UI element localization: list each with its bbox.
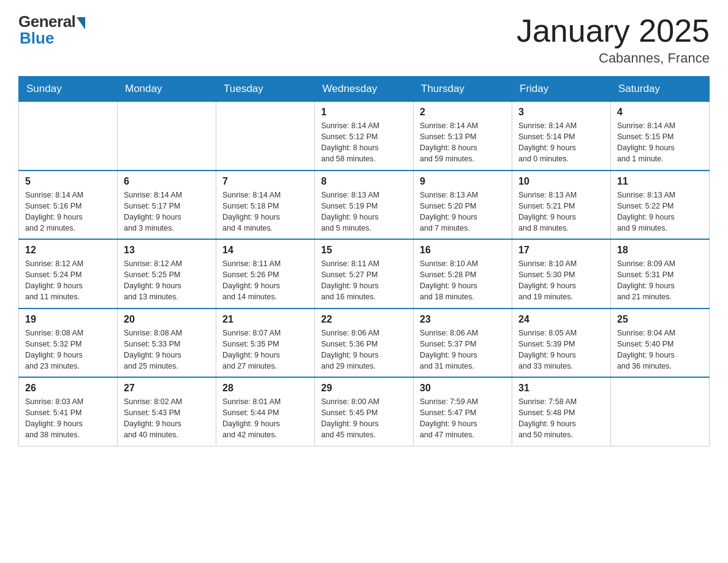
day-number: 11 xyxy=(617,176,703,187)
day-number: 27 xyxy=(124,383,210,394)
calendar-cell: 27Sunrise: 8:02 AMSunset: 5:43 PMDayligh… xyxy=(118,377,216,446)
day-number: 13 xyxy=(124,245,210,256)
calendar-cell: 17Sunrise: 8:10 AMSunset: 5:30 PMDayligh… xyxy=(512,239,611,308)
day-number: 20 xyxy=(124,314,210,325)
day-number: 29 xyxy=(321,383,407,394)
calendar-cell: 11Sunrise: 8:13 AMSunset: 5:22 PMDayligh… xyxy=(611,170,710,240)
day-number: 24 xyxy=(518,314,604,325)
logo-triangle-icon xyxy=(77,17,85,29)
weekday-header-row: SundayMondayTuesdayWednesdayThursdayFrid… xyxy=(19,77,710,102)
day-info: Sunrise: 8:13 AMSunset: 5:21 PMDaylight:… xyxy=(518,190,604,234)
calendar-cell: 25Sunrise: 8:04 AMSunset: 5:40 PMDayligh… xyxy=(611,308,710,378)
day-info: Sunrise: 8:09 AMSunset: 5:31 PMDaylight:… xyxy=(617,258,703,303)
calendar-cell: 7Sunrise: 8:14 AMSunset: 5:18 PMDaylight… xyxy=(216,170,315,240)
day-number: 25 xyxy=(617,314,703,325)
day-number: 4 xyxy=(617,107,703,118)
day-info: Sunrise: 8:02 AMSunset: 5:43 PMDaylight:… xyxy=(124,396,210,441)
calendar-cell: 21Sunrise: 8:07 AMSunset: 5:35 PMDayligh… xyxy=(216,308,315,378)
day-info: Sunrise: 8:11 AMSunset: 5:26 PMDaylight:… xyxy=(222,258,308,303)
calendar-cell xyxy=(216,102,315,170)
day-number: 23 xyxy=(420,314,506,325)
day-info: Sunrise: 7:59 AMSunset: 5:47 PMDaylight:… xyxy=(420,396,506,441)
calendar-cell: 28Sunrise: 8:01 AMSunset: 5:44 PMDayligh… xyxy=(216,377,315,446)
calendar-cell: 2Sunrise: 8:14 AMSunset: 5:13 PMDaylight… xyxy=(414,102,512,170)
calendar-cell: 4Sunrise: 8:14 AMSunset: 5:15 PMDaylight… xyxy=(611,102,710,170)
calendar-cell: 23Sunrise: 8:06 AMSunset: 5:37 PMDayligh… xyxy=(414,308,512,378)
day-info: Sunrise: 8:13 AMSunset: 5:22 PMDaylight:… xyxy=(617,190,703,234)
calendar-cell: 22Sunrise: 8:06 AMSunset: 5:36 PMDayligh… xyxy=(315,308,414,378)
day-number: 1 xyxy=(321,107,407,118)
day-info: Sunrise: 8:10 AMSunset: 5:30 PMDaylight:… xyxy=(518,258,604,303)
day-number: 8 xyxy=(321,176,407,187)
calendar-cell: 10Sunrise: 8:13 AMSunset: 5:21 PMDayligh… xyxy=(512,170,611,240)
calendar-cell: 12Sunrise: 8:12 AMSunset: 5:24 PMDayligh… xyxy=(19,239,118,308)
day-info: Sunrise: 8:12 AMSunset: 5:25 PMDaylight:… xyxy=(124,258,210,303)
day-number: 6 xyxy=(124,176,210,187)
weekday-header-monday: Monday xyxy=(118,77,216,102)
day-info: Sunrise: 8:14 AMSunset: 5:15 PMDaylight:… xyxy=(617,120,703,165)
calendar-cell: 6Sunrise: 8:14 AMSunset: 5:17 PMDaylight… xyxy=(118,170,216,240)
weekday-header-tuesday: Tuesday xyxy=(216,77,315,102)
calendar-cell: 20Sunrise: 8:08 AMSunset: 5:33 PMDayligh… xyxy=(118,308,216,378)
weekday-header-thursday: Thursday xyxy=(414,77,512,102)
calendar-cell: 29Sunrise: 8:00 AMSunset: 5:45 PMDayligh… xyxy=(315,377,414,446)
weekday-header-saturday: Saturday xyxy=(611,77,710,102)
day-number: 12 xyxy=(25,245,111,256)
day-number: 26 xyxy=(25,383,111,394)
week-row-3: 12Sunrise: 8:12 AMSunset: 5:24 PMDayligh… xyxy=(19,239,710,308)
day-info: Sunrise: 8:08 AMSunset: 5:32 PMDaylight:… xyxy=(25,327,111,372)
day-info: Sunrise: 8:10 AMSunset: 5:28 PMDaylight:… xyxy=(420,258,506,303)
day-info: Sunrise: 8:14 AMSunset: 5:16 PMDaylight:… xyxy=(25,190,111,234)
week-row-5: 26Sunrise: 8:03 AMSunset: 5:41 PMDayligh… xyxy=(19,377,710,446)
day-info: Sunrise: 8:11 AMSunset: 5:27 PMDaylight:… xyxy=(321,258,407,303)
calendar-cell: 26Sunrise: 8:03 AMSunset: 5:41 PMDayligh… xyxy=(19,377,118,446)
calendar-subtitle: Cabannes, France xyxy=(517,50,710,66)
calendar-cell: 3Sunrise: 8:14 AMSunset: 5:14 PMDaylight… xyxy=(512,102,611,170)
day-info: Sunrise: 8:14 AMSunset: 5:17 PMDaylight:… xyxy=(124,190,210,234)
day-info: Sunrise: 8:14 AMSunset: 5:13 PMDaylight:… xyxy=(420,120,506,165)
day-number: 15 xyxy=(321,245,407,256)
day-number: 16 xyxy=(420,245,506,256)
calendar-cell: 30Sunrise: 7:59 AMSunset: 5:47 PMDayligh… xyxy=(414,377,512,446)
title-block: January 2025 Cabannes, France xyxy=(517,12,710,66)
day-number: 22 xyxy=(321,314,407,325)
day-info: Sunrise: 8:14 AMSunset: 5:14 PMDaylight:… xyxy=(518,120,604,165)
day-number: 31 xyxy=(518,383,604,394)
calendar-cell xyxy=(611,377,710,446)
day-number: 5 xyxy=(25,176,111,187)
day-number: 10 xyxy=(518,176,604,187)
day-number: 9 xyxy=(420,176,506,187)
weekday-header-friday: Friday xyxy=(512,77,611,102)
day-info: Sunrise: 8:08 AMSunset: 5:33 PMDaylight:… xyxy=(124,327,210,372)
calendar-cell: 14Sunrise: 8:11 AMSunset: 5:26 PMDayligh… xyxy=(216,239,315,308)
week-row-2: 5Sunrise: 8:14 AMSunset: 5:16 PMDaylight… xyxy=(19,170,710,240)
weekday-header-wednesday: Wednesday xyxy=(315,77,414,102)
calendar-cell: 5Sunrise: 8:14 AMSunset: 5:16 PMDaylight… xyxy=(19,170,118,240)
day-info: Sunrise: 8:14 AMSunset: 5:18 PMDaylight:… xyxy=(222,190,308,234)
day-number: 7 xyxy=(222,176,308,187)
day-info: Sunrise: 8:01 AMSunset: 5:44 PMDaylight:… xyxy=(222,396,308,441)
day-info: Sunrise: 8:07 AMSunset: 5:35 PMDaylight:… xyxy=(222,327,308,372)
calendar-cell: 18Sunrise: 8:09 AMSunset: 5:31 PMDayligh… xyxy=(611,239,710,308)
day-number: 3 xyxy=(518,107,604,118)
day-number: 17 xyxy=(518,245,604,256)
calendar-cell xyxy=(118,102,216,170)
calendar-cell: 16Sunrise: 8:10 AMSunset: 5:28 PMDayligh… xyxy=(414,239,512,308)
day-info: Sunrise: 8:13 AMSunset: 5:20 PMDaylight:… xyxy=(420,190,506,234)
calendar-cell: 19Sunrise: 8:08 AMSunset: 5:32 PMDayligh… xyxy=(19,308,118,378)
page-header: General Blue January 2025 Cabannes, Fran… xyxy=(18,12,710,66)
day-info: Sunrise: 8:12 AMSunset: 5:24 PMDaylight:… xyxy=(25,258,111,303)
calendar-cell: 8Sunrise: 8:13 AMSunset: 5:19 PMDaylight… xyxy=(315,170,414,240)
day-number: 30 xyxy=(420,383,506,394)
calendar-cell: 13Sunrise: 8:12 AMSunset: 5:25 PMDayligh… xyxy=(118,239,216,308)
day-info: Sunrise: 8:00 AMSunset: 5:45 PMDaylight:… xyxy=(321,396,407,441)
day-number: 19 xyxy=(25,314,111,325)
day-info: Sunrise: 8:06 AMSunset: 5:36 PMDaylight:… xyxy=(321,327,407,372)
week-row-1: 1Sunrise: 8:14 AMSunset: 5:12 PMDaylight… xyxy=(19,102,710,170)
day-number: 2 xyxy=(420,107,506,118)
day-info: Sunrise: 8:13 AMSunset: 5:19 PMDaylight:… xyxy=(321,190,407,234)
calendar-table: SundayMondayTuesdayWednesdayThursdayFrid… xyxy=(18,76,710,446)
day-info: Sunrise: 8:05 AMSunset: 5:39 PMDaylight:… xyxy=(518,327,604,372)
day-info: Sunrise: 8:14 AMSunset: 5:12 PMDaylight:… xyxy=(321,120,407,165)
calendar-cell: 31Sunrise: 7:58 AMSunset: 5:48 PMDayligh… xyxy=(512,377,611,446)
